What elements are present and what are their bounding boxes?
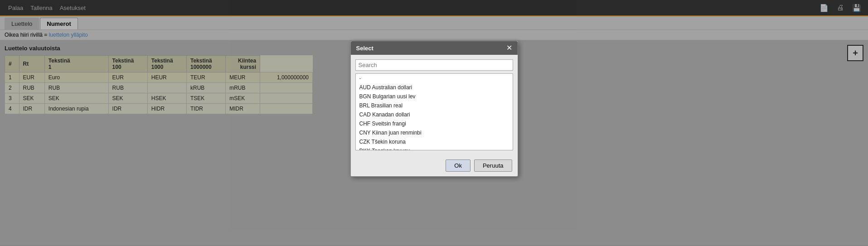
list-item[interactable]: CAD Kanadan dollari — [356, 110, 513, 119]
modal-body: -AUD Australian dollariBGN Bulgarian uus… — [351, 55, 518, 155]
ok-button[interactable]: Ok — [446, 159, 470, 172]
list-item[interactable]: CHF Sveitsin frangi — [356, 119, 513, 128]
select-modal: Select ✕ -AUD Australian dollariBGN Bulg… — [350, 41, 518, 177]
list-item[interactable]: BRL Brasilian real — [356, 101, 513, 110]
list-item[interactable]: CZK Tšekin koruna — [356, 137, 513, 146]
cancel-button[interactable]: Peruuta — [474, 159, 512, 172]
list-item[interactable]: AUD Australian dollari — [356, 83, 513, 92]
list-item[interactable]: BGN Bulgarian uusi lev — [356, 92, 513, 101]
currency-list: -AUD Australian dollariBGN Bulgarian uus… — [355, 73, 513, 150]
list-item[interactable]: CNY Kiinan juan renminbi — [356, 128, 513, 137]
modal-header: Select ✕ — [351, 41, 518, 55]
search-input[interactable] — [355, 59, 513, 71]
list-item[interactable]: DKK Tanskan kruunu — [356, 146, 513, 150]
modal-footer: Ok Peruuta — [351, 155, 518, 176]
list-item[interactable]: - — [356, 74, 513, 83]
modal-close-button[interactable]: ✕ — [506, 44, 512, 52]
modal-overlay: Select ✕ -AUD Australian dollariBGN Bulg… — [0, 0, 868, 246]
modal-title: Select — [356, 45, 373, 52]
